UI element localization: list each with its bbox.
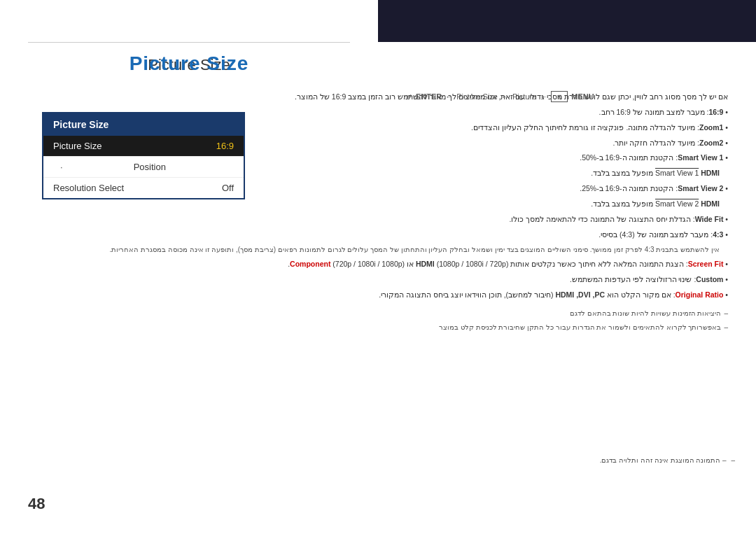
item-custom: • Custom: שינוי הרזולוציה לפי העדפות המש… [28, 274, 728, 286]
right-section-title: Picture Size [0, 52, 378, 75]
osd-panel: Picture Size Picture Size 16:9 · Positio… [42, 112, 245, 199]
nav-breadcrumb: ↵ ENTER ← Picture Size ← Picture ← ⊞ MEN… [406, 91, 742, 102]
osd-item-resolution[interactable]: Resolution Select Off [43, 178, 244, 198]
osd-position-label: Position [134, 162, 166, 172]
right-bottom-note: – התמונה המוצגת אינה זהה ותלויה בדגם. [406, 456, 735, 464]
note-dash: – [720, 456, 726, 464]
item-widefit: • Wide Fit: הגדלת יחס התצוגה של התמונה כ… [28, 213, 728, 226]
nav-picture-size: Picture Size [456, 92, 498, 101]
osd-item-position[interactable]: · Position [43, 157, 244, 178]
item-4-3-note: אין להשתמש בתבנית 4:3 לפרק זמן ממושך. סי… [28, 244, 728, 255]
osd-header: Picture Size [43, 113, 244, 136]
item-4-3: • 4:3: מעבר למצב תמונה של (4:3) בסיסי. [28, 229, 728, 241]
menu-icon: ⊞ [551, 91, 568, 102]
note-text: התמונה המוצגת אינה זהה ותלויה בדגם. [600, 456, 721, 464]
nav-arrow-3: ← [540, 92, 547, 101]
nav-picture: Picture [512, 92, 536, 101]
nav-arrow-1: ← [445, 92, 453, 101]
osd-resolution-label: Resolution Select [53, 183, 124, 193]
enter-label: ENTER [416, 92, 442, 101]
position-bullet: · [60, 162, 63, 172]
page-number: 48 [28, 495, 45, 513]
right-top-bar [378, 0, 756, 42]
enter-icon: ↵ [406, 92, 412, 101]
item-original-ratio: • Original Ratio: אם מקור הקלט הוא HDMI … [28, 289, 728, 302]
nav-arrow-2: ← [501, 92, 509, 101]
osd-resolution-value: Off [222, 183, 234, 193]
note-2: – באפשרותך לקרוא להתאימים ולשמור את הגדר… [28, 321, 728, 333]
osd-picture-size-label: Picture Size [53, 141, 102, 151]
left-divider-line [28, 42, 350, 43]
osd-item-picture-size[interactable]: Picture Size 16:9 [43, 136, 244, 157]
item-smartview2-hdmi: Smart View 2 HDMI מופעל במצב בלבד. [28, 198, 728, 211]
osd-picture-size-value: 16:9 [216, 141, 234, 151]
menu-label: MENU [571, 92, 594, 101]
item-screenfit: • Screen Fit: הצגת התמונה המלאה ללא חיתו… [28, 258, 728, 271]
note-1: – היציאות הזמינות עשויות להיות שונות בהת… [28, 307, 728, 319]
